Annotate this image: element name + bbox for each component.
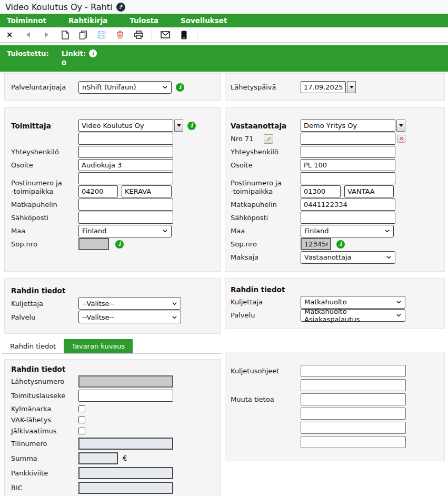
receiver-address-label: Osoite [231,161,301,169]
receiver-contract-info-icon[interactable]: i [336,240,345,249]
menu-item-rahtikirja[interactable]: Rahtikirja [68,16,107,25]
freight-sender-carrier-select[interactable]: --Valitse-- [78,297,181,310]
sender-name-dropdown-button[interactable] [174,120,183,132]
receiver-payer-label: Maksaja [231,253,301,261]
sender-email-input[interactable] [78,212,173,224]
print-button[interactable] [133,29,144,41]
ship-date-dropdown-button[interactable] [347,81,356,93]
transport-instructions-input-1[interactable] [301,365,406,377]
sum-input [78,452,118,464]
freight-receiver-carrier-select[interactable]: Matkahuolto [301,296,405,309]
toolbar: ✕ [0,27,448,43]
provider-label: Palveluntarjoaja [11,83,78,91]
cod-checkbox[interactable] [78,428,85,434]
sender-panel: Toimittaja i Yhteyshenkilö Osoite Postin… [4,107,221,272]
provider-select[interactable]: nShift (Unifaun) [78,81,172,94]
ship-date-panel: Lähetyspäivä [225,73,445,101]
sender-contract-info-icon[interactable]: i [115,240,124,249]
delivery-clause-input[interactable] [78,390,173,402]
receiver-address2-input[interactable] [301,172,395,184]
new-document-icon [61,31,69,39]
chevron-down-icon [396,300,401,304]
receiver-email-input[interactable] [301,212,395,224]
sender-contact-input[interactable] [78,146,173,158]
edit-receiver-number-button[interactable]: ✎ [264,134,273,144]
dropdown-arrow-icon [399,124,403,127]
sender-mobile-label: Matkapuhelin [11,201,78,209]
other-info-input-1[interactable] [301,393,406,405]
freight-receiver-service-select[interactable]: Matkahuolto Asiakaspalautus [301,309,405,322]
sender-name-input[interactable] [78,120,173,132]
receiver-name-dropdown-button[interactable] [396,120,405,132]
cold-sensitive-checkbox[interactable] [78,405,85,412]
bank-reference-label: Pankkiviite [11,469,78,477]
sender-postal-code-input[interactable] [78,185,118,197]
dropdown-arrow-icon [177,124,181,127]
sender-info-icon[interactable]: i [187,122,196,130]
sender-name2-input[interactable] [78,133,173,145]
links-info-icon[interactable]: i [89,49,97,57]
receiver-country-select[interactable]: Finland [301,225,394,237]
next-button[interactable] [41,29,52,41]
shipment-number-label: Lähetysnumero [11,378,78,385]
provider-info-icon[interactable]: i [176,83,184,92]
clear-receiver-button[interactable]: ✕ [397,135,405,143]
other-info-input-2[interactable] [301,408,406,420]
tab-bar: Rahdin tiedot Tavaran kuvaus [2,339,222,354]
sender-address-label: Osoite [11,161,78,169]
account-number-input [78,438,173,450]
save-button[interactable] [96,29,107,41]
transport-instructions-input-2[interactable] [301,379,406,391]
provider-panel: Palveluntarjoaja nShift (Unifaun) i [4,73,221,101]
sender-address-input[interactable] [78,159,173,171]
chevron-down-icon [163,85,167,90]
sender-country-select[interactable]: Finland [78,225,172,237]
receiver-mobile-input[interactable] [301,199,395,211]
chevron-down-icon [396,313,401,318]
toolbar-divider [152,29,152,41]
previous-button[interactable] [23,29,33,41]
mobile-button[interactable] [178,29,189,41]
new-document-button[interactable] [59,29,70,41]
receiver-payer-select[interactable]: Vastaanottaja [301,251,395,264]
freight-sender-panel: Rahdin tiedot Kuljettaja --Valitse-- Pal… [4,278,221,334]
tab-tavaran-kuvaus[interactable]: Tavaran kuvaus [64,339,133,353]
freight-details-title: Rahdin tiedot [11,365,65,373]
receiver-contract-input [301,238,331,250]
sender-title: Toimittaja [11,122,78,130]
other-info-input-3[interactable] [301,422,406,434]
email-button[interactable] [160,29,171,41]
copy-button[interactable] [78,29,88,41]
receiver-postal-code-input[interactable] [301,185,341,197]
receiver-address-input[interactable] [301,159,395,171]
menu-item-toiminnot[interactable]: Toiminnot [7,16,46,25]
receiver-city-input[interactable] [344,185,394,197]
other-info-input-4[interactable] [301,436,406,448]
cold-sensitive-label: Kylmänarka [11,405,78,413]
receiver-email-label: Sähköposti [231,214,301,222]
chevron-down-icon [386,255,391,260]
arrow-right-icon [45,32,48,37]
menu-item-tulosta[interactable]: Tulosta [130,16,158,25]
receiver-contact-input[interactable] [301,146,395,158]
sender-contact-label: Yhteyshenkilö [11,148,78,156]
chevron-down-icon [172,301,177,306]
receiver-name-input[interactable] [301,120,395,132]
freight-sender-title: Rahdin tiedot [11,286,65,295]
help-icon[interactable]: ? [115,1,126,12]
sender-address2-input[interactable] [78,172,173,184]
ship-date-input[interactable] [301,81,346,93]
title-bar: Video Koulutus Oy - Rahti ? [0,0,448,14]
extra-info-panel: Kuljetusohjeet Muuta tietoa [225,352,445,461]
sender-city-input[interactable] [122,185,172,197]
freight-sender-service-label: Palvelu [11,313,78,321]
close-button[interactable]: ✕ [4,29,15,41]
vak-checkbox[interactable] [78,416,85,423]
sender-mobile-input[interactable] [78,199,173,211]
receiver-name2-input[interactable] [301,133,395,145]
freight-sender-service-select[interactable]: --Valitse-- [78,311,181,323]
tab-rahdin-tiedot[interactable]: Rahdin tiedot [2,339,64,353]
delete-button[interactable] [115,29,125,41]
receiver-postal-label: Postinumero ja -toimipaikka [231,179,301,196]
menu-item-sovellukset[interactable]: Sovellukset [181,16,227,25]
